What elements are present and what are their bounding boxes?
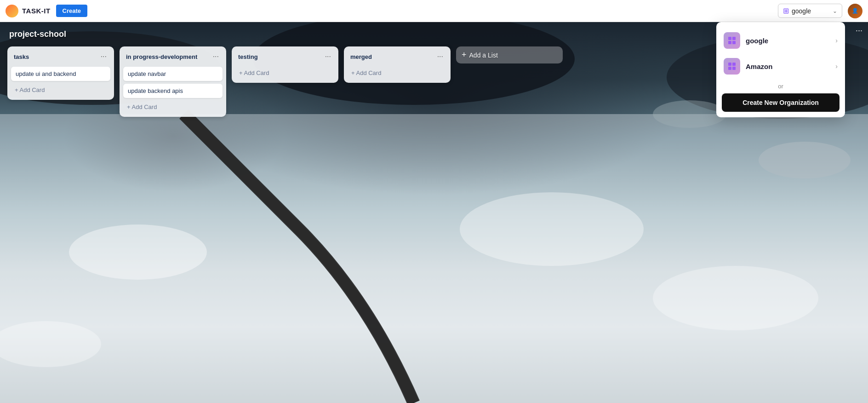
logo-icon: [6, 5, 18, 17]
add-card-button-merged[interactable]: + Add Card: [348, 67, 447, 79]
avatar[interactable]: 👤: [848, 4, 862, 18]
list-menu-button-tasks[interactable]: ···: [99, 52, 108, 61]
list-header-merged: merged ···: [348, 50, 447, 63]
svg-rect-12: [728, 41, 731, 44]
org-icon-google: [724, 32, 740, 49]
list-merged: merged ··· + Add Card: [344, 46, 451, 83]
plus-icon: +: [462, 50, 467, 60]
list-testing: testing ··· + Add Card: [232, 46, 338, 83]
add-list-button[interactable]: + Add a List: [456, 46, 563, 63]
svg-rect-14: [728, 63, 731, 66]
svg-rect-10: [728, 37, 731, 40]
list-menu-button-testing[interactable]: ···: [323, 52, 333, 61]
org-selector[interactable]: ⊞ google ⌄: [778, 4, 842, 18]
add-card-button-in-progress[interactable]: + Add Card: [123, 101, 223, 113]
arrow-icon-google: ›: [835, 37, 838, 44]
list-tasks: tasks ··· update ui and backend + Add Ca…: [7, 46, 114, 100]
more-options-icon[interactable]: ···: [856, 26, 862, 35]
dropdown-org-item-google[interactable]: google ›: [716, 28, 845, 53]
list-title-in-progress: in progress-development: [126, 53, 197, 60]
svg-rect-11: [732, 37, 736, 40]
create-new-org-button[interactable]: Create New Organization: [722, 93, 839, 112]
header: TASK-IT Create ⊞ google ⌄ 👤: [0, 0, 868, 22]
card-update-navbar[interactable]: update navbar: [123, 67, 223, 81]
org-selector-icon: ⊞: [783, 6, 789, 15]
card-update-ui[interactable]: update ui and backend: [11, 67, 110, 81]
card-update-backend-apis[interactable]: update backend apis: [123, 84, 223, 98]
list-title-merged: merged: [350, 53, 372, 60]
header-right: ⊞ google ⌄ 👤: [778, 4, 862, 18]
add-list-label: Add a List: [469, 52, 498, 59]
org-name-amazon: Amazon: [746, 63, 830, 70]
svg-rect-13: [732, 41, 736, 44]
org-dropdown: google › Amazon › or Create New Organiza…: [716, 22, 845, 117]
svg-rect-15: [732, 63, 736, 66]
org-name-google: google: [746, 37, 830, 45]
add-card-button-testing[interactable]: + Add Card: [235, 67, 335, 79]
svg-rect-17: [732, 67, 736, 70]
logo-text: TASK-IT: [22, 7, 51, 15]
org-selector-name: google: [792, 7, 830, 15]
dropdown-org-item-amazon[interactable]: Amazon ›: [716, 53, 845, 79]
svg-rect-16: [728, 67, 731, 70]
logo-area: TASK-IT: [6, 5, 51, 17]
dropdown-divider: or: [716, 79, 845, 93]
list-header-testing: testing ···: [235, 50, 335, 63]
chevron-down-icon: ⌄: [833, 8, 837, 14]
create-button[interactable]: Create: [56, 5, 87, 17]
avatar-initials: 👤: [852, 8, 858, 14]
list-header-tasks: tasks ···: [11, 50, 110, 63]
list-menu-button-merged[interactable]: ···: [435, 52, 445, 61]
list-title-testing: testing: [238, 53, 258, 60]
list-menu-button-in-progress[interactable]: ···: [211, 52, 221, 61]
add-card-button-tasks[interactable]: + Add Card: [11, 84, 110, 96]
org-icon-amazon: [724, 58, 740, 75]
list-header-in-progress: in progress-development ···: [123, 50, 223, 63]
list-in-progress: in progress-development ··· update navba…: [120, 46, 226, 117]
list-title-tasks: tasks: [14, 53, 29, 60]
arrow-icon-amazon: ›: [835, 63, 838, 70]
